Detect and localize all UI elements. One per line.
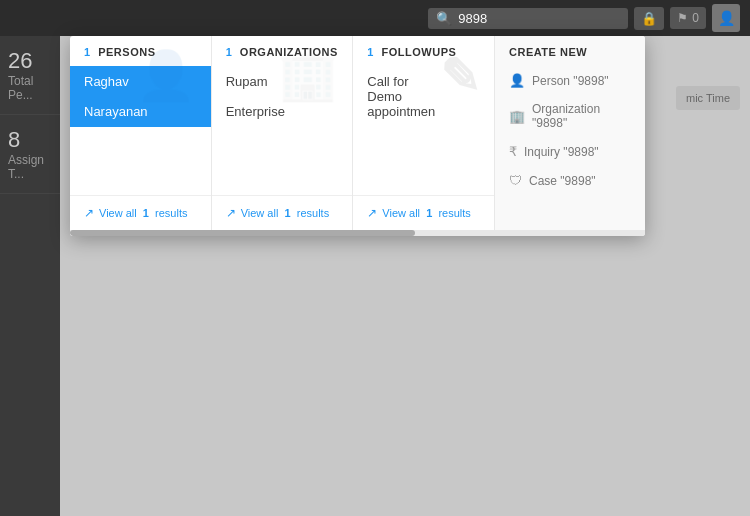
total-persons-number: 26 [8,48,52,74]
followups-header: 1 FOLLOWUPS ✎ [353,36,494,66]
create-person-label: Person "9898" [532,74,609,88]
create-org-item[interactable]: 🏢 Organization "9898" [495,95,645,137]
lock-button[interactable]: 🔒 [634,7,664,30]
followups-view-all-text: View all 1 results [382,207,471,219]
organizations-column: 1 ORGANIZATIONS 🏢 Rupam Enterprise ↗ Vie… [212,36,354,230]
followup-external-link-icon: ↗ [367,206,377,220]
badge-box[interactable]: ⚑ 0 [670,7,706,29]
org-external-link-icon: ↗ [226,206,236,220]
persons-column: 1 PERSONS 👤 Raghav Narayanan ↗ View all … [70,36,212,230]
avatar[interactable]: 👤 [712,4,740,32]
lock-icon: 🔒 [641,11,657,26]
assign-tasks-number: 8 [8,127,52,153]
sidebar-stat-assign: 8 Assign T... [0,115,60,194]
persons-view-all[interactable]: ↗ View all 1 results [70,195,211,230]
followups-item-label: Call for Demo appointmen [367,74,435,119]
search-icon: 🔍 [436,11,452,26]
time-btn[interactable]: mic Time [676,86,740,110]
create-inquiry-label: Inquiry "9898" [524,145,599,159]
org-create-icon: 🏢 [509,109,525,124]
organizations-count: 1 [226,46,233,58]
total-persons-label: Total Pe... [8,74,33,102]
persons-watermark-icon: 👤 [136,48,197,104]
case-create-icon: 🛡 [509,173,522,188]
sidebar-stat-total: 26 Total Pe... [0,36,60,115]
search-input[interactable] [458,11,588,26]
create-inquiry-item[interactable]: ₹ Inquiry "9898" [495,137,645,166]
dropdown-columns: 1 PERSONS 👤 Raghav Narayanan ↗ View all … [70,36,645,230]
persons-header: 1 PERSONS 👤 [70,36,211,66]
create-case-item[interactable]: 🛡 Case "9898" [495,166,645,195]
avatar-icon: 👤 [718,10,735,26]
dropdown-scrollbar[interactable] [70,230,645,236]
create-case-label: Case "9898" [529,174,596,188]
person-create-icon: 👤 [509,73,525,88]
create-new-header-label: CREATE NEW [509,46,587,58]
scrollbar-thumb [70,230,415,236]
followups-view-all[interactable]: ↗ View all 1 results [353,195,494,230]
followups-count: 1 [367,46,374,58]
assign-tasks-label: Assign T... [8,153,44,181]
create-person-item[interactable]: 👤 Person "9898" [495,66,645,95]
organizations-item-label: Rupam Enterprise [226,74,285,119]
search-dropdown: 1 PERSONS 👤 Raghav Narayanan ↗ View all … [70,36,645,236]
persons-view-all-text: View all 1 results [99,207,188,219]
create-new-header: CREATE NEW [495,36,645,66]
inquiry-create-icon: ₹ [509,144,517,159]
create-org-label: Organization "9898" [532,102,631,130]
organizations-header: 1 ORGANIZATIONS 🏢 [212,36,353,66]
organizations-view-all[interactable]: ↗ View all 1 results [212,195,353,230]
external-link-icon: ↗ [84,206,94,220]
sidebar: 26 Total Pe... 8 Assign T... [0,36,60,516]
persons-count: 1 [84,46,91,58]
time-btn-label: mic Time [686,92,730,104]
flag-icon: ⚑ [677,11,688,25]
top-bar: 🔍 🔒 ⚑ 0 👤 [0,0,750,36]
search-box[interactable]: 🔍 [428,8,628,29]
organizations-view-all-text: View all 1 results [241,207,330,219]
followups-column: 1 FOLLOWUPS ✎ Call for Demo appointmen ↗… [353,36,495,230]
followup-watermark-icon: ✎ [440,48,481,104]
badge-count: 0 [692,11,699,25]
create-new-column: CREATE NEW 👤 Person "9898" 🏢 Organizatio… [495,36,645,230]
org-watermark-icon: 🏢 [278,48,339,104]
